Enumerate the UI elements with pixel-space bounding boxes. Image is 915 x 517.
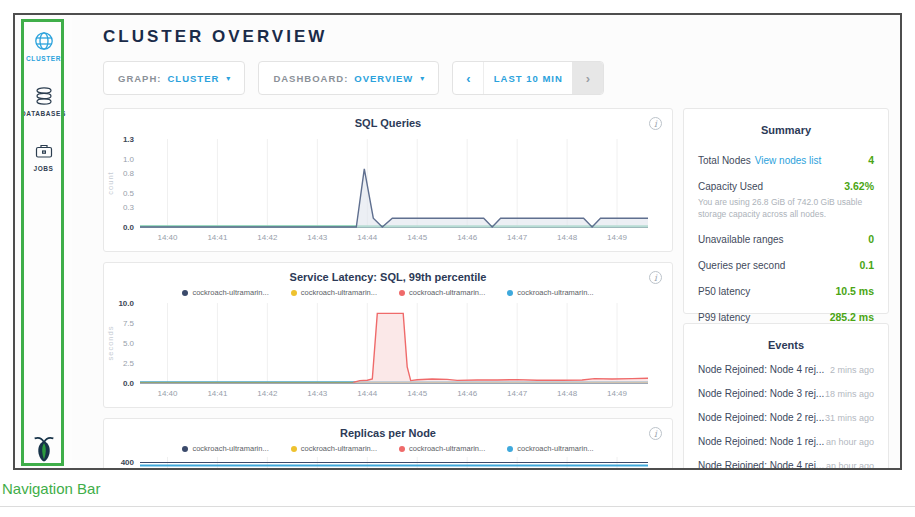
- svg-text:0.0: 0.0: [123, 379, 135, 388]
- sidebar-item-label: JOBS: [33, 165, 53, 172]
- chart-legend: cockroach-ultramarin...cockroach-ultrama…: [104, 444, 672, 453]
- svg-text:14:49: 14:49: [607, 233, 628, 242]
- replicas-per-node-chart: 400: [104, 453, 656, 470]
- summary-row-total-nodes: Total NodesView nodes list 4: [698, 150, 874, 168]
- info-icon[interactable]: i: [649, 271, 662, 284]
- time-range-next-button[interactable]: ›: [572, 62, 603, 94]
- view-nodes-list-link[interactable]: View nodes list: [755, 155, 822, 166]
- svg-text:14:42: 14:42: [257, 233, 278, 242]
- summary-row-p99: P99 latency 285.2 ms: [698, 311, 874, 323]
- info-icon[interactable]: i: [649, 117, 662, 130]
- time-range-value[interactable]: LAST 10 MIN: [484, 62, 572, 94]
- event-row: Node Rejoined: Node 4 rej... 2 mins ago: [698, 364, 874, 375]
- svg-text:14:46: 14:46: [457, 389, 478, 398]
- legend-item[interactable]: cockroach-ultramarin...: [507, 444, 593, 453]
- svg-text:2.5: 2.5: [123, 359, 135, 368]
- svg-text:1.3: 1.3: [123, 135, 135, 144]
- svg-text:14:41: 14:41: [207, 233, 228, 242]
- time-range-selector: ‹ LAST 10 MIN ›: [452, 61, 604, 95]
- svg-text:14:40: 14:40: [157, 389, 178, 398]
- svg-text:0.0: 0.0: [123, 223, 135, 232]
- chevron-down-icon: ▾: [420, 74, 424, 83]
- svg-text:14:47: 14:47: [507, 233, 528, 242]
- time-range-prev-button[interactable]: ‹: [453, 62, 484, 94]
- legend-dot-icon: [182, 290, 188, 296]
- legend-item[interactable]: cockroach-ultramarin...: [182, 288, 268, 297]
- legend-dot-icon: [182, 446, 188, 452]
- event-text: Node Rejoined: Node 4 rej...: [698, 460, 824, 470]
- svg-text:0.5: 0.5: [123, 189, 135, 198]
- controls-row: GRAPH: CLUSTER ▾ DASHBOARD: OVERVIEW ▾ ‹…: [103, 61, 900, 95]
- sidebar-item-jobs[interactable]: JOBS: [15, 141, 72, 172]
- summary-value: 4: [868, 154, 874, 166]
- database-icon: [34, 86, 54, 106]
- page-title: CLUSTER OVERVIEW: [103, 27, 900, 47]
- sidebar-item-databases[interactable]: DATABASES: [15, 86, 72, 117]
- svg-text:0.3: 0.3: [123, 203, 135, 212]
- summary-value: 285.2 ms: [830, 311, 874, 323]
- svg-text:14:48: 14:48: [557, 389, 578, 398]
- events-panel: Events Node Rejoined: Node 4 rej... 2 mi…: [683, 323, 889, 470]
- svg-text:14:47: 14:47: [507, 389, 528, 398]
- legend-item[interactable]: cockroach-ultramarin...: [291, 444, 377, 453]
- summary-value: 3.62%: [844, 180, 874, 192]
- events-title: Events: [698, 339, 874, 351]
- legend-dot-icon: [291, 446, 297, 452]
- summary-label: P50 latency: [698, 286, 750, 297]
- legend-dot-icon: [291, 290, 297, 296]
- event-row: Node Rejoined: Node 3 rej... 18 mins ago: [698, 388, 874, 399]
- summary-label: Total Nodes: [698, 155, 751, 166]
- cockroachdb-logo-icon[interactable]: [15, 434, 72, 462]
- info-icon[interactable]: i: [649, 427, 662, 440]
- svg-text:14:42: 14:42: [257, 389, 278, 398]
- svg-text:1.0: 1.0: [123, 155, 135, 164]
- legend-dot-icon: [399, 290, 405, 296]
- graph-dropdown-label: GRAPH:: [118, 73, 161, 84]
- event-time: an hour ago: [826, 437, 874, 447]
- svg-text:14:49: 14:49: [607, 389, 628, 398]
- chart-title: SQL Queries: [104, 117, 672, 129]
- event-row: Node Rejoined: Node 1 rej... an hour ago: [698, 436, 874, 447]
- legend-item[interactable]: cockroach-ultramarin...: [399, 444, 485, 453]
- main-content: CLUSTER OVERVIEW GRAPH: CLUSTER ▾ DASHBO…: [72, 15, 900, 468]
- svg-text:14:41: 14:41: [207, 389, 228, 398]
- sidebar-item-label: CLUSTER: [26, 55, 61, 62]
- event-row: Node Rejoined: Node 4 rej... an hour ago: [698, 460, 874, 470]
- svg-text:14:45: 14:45: [407, 389, 428, 398]
- event-text: Node Rejoined: Node 3 rej...: [698, 388, 824, 399]
- sidebar-item-cluster[interactable]: CLUSTER: [15, 31, 72, 62]
- globe-icon: [34, 31, 54, 51]
- legend-item[interactable]: cockroach-ultramarin...: [399, 288, 485, 297]
- capacity-subtext: You are using 26.8 GiB of 742.0 GiB usab…: [698, 196, 874, 221]
- sql-queries-chart: 14:4014:4114:4214:4314:4414:4514:4614:47…: [104, 129, 656, 247]
- replicas-per-node-chart-card: Replicas per Node i cockroach-ultramarin…: [103, 418, 673, 470]
- summary-panel: Summary Total NodesView nodes list 4 Cap…: [683, 108, 889, 314]
- legend-dot-icon: [399, 446, 405, 452]
- svg-text:14:46: 14:46: [457, 233, 478, 242]
- legend-dot-icon: [507, 446, 513, 452]
- svg-text:10.0: 10.0: [118, 299, 134, 308]
- summary-label: Capacity Used: [698, 181, 763, 192]
- dashboard-content: SQL Queries i 14:4014:4114:4214:4314:441…: [103, 108, 900, 470]
- legend-item[interactable]: cockroach-ultramarin...: [291, 288, 377, 297]
- navigation-bar-annotation-label: Navigation Bar: [2, 480, 100, 497]
- graph-dropdown[interactable]: GRAPH: CLUSTER ▾: [103, 61, 245, 95]
- dashboard-dropdown[interactable]: DASHBOARD: OVERVIEW ▾: [258, 61, 439, 95]
- svg-text:14:45: 14:45: [407, 233, 428, 242]
- summary-value: 10.5 ms: [835, 285, 874, 297]
- svg-text:7.5: 7.5: [123, 319, 135, 328]
- event-row: Node Rejoined: Node 2 rej... 31 mins ago: [698, 412, 874, 423]
- svg-text:14:40: 14:40: [157, 233, 178, 242]
- svg-text:seconds: seconds: [106, 326, 115, 361]
- event-time: 31 mins ago: [825, 413, 874, 423]
- event-text: Node Rejoined: Node 4 rej...: [698, 364, 824, 375]
- right-rail: Summary Total NodesView nodes list 4 Cap…: [683, 108, 889, 470]
- summary-label: P99 latency: [698, 312, 750, 323]
- event-time: 18 mins ago: [825, 389, 874, 399]
- svg-text:5.0: 5.0: [123, 339, 135, 348]
- legend-item[interactable]: cockroach-ultramarin...: [182, 444, 268, 453]
- svg-text:14:44: 14:44: [357, 233, 378, 242]
- legend-item[interactable]: cockroach-ultramarin...: [507, 288, 593, 297]
- summary-value: 0: [868, 233, 874, 245]
- svg-text:count: count: [106, 171, 115, 194]
